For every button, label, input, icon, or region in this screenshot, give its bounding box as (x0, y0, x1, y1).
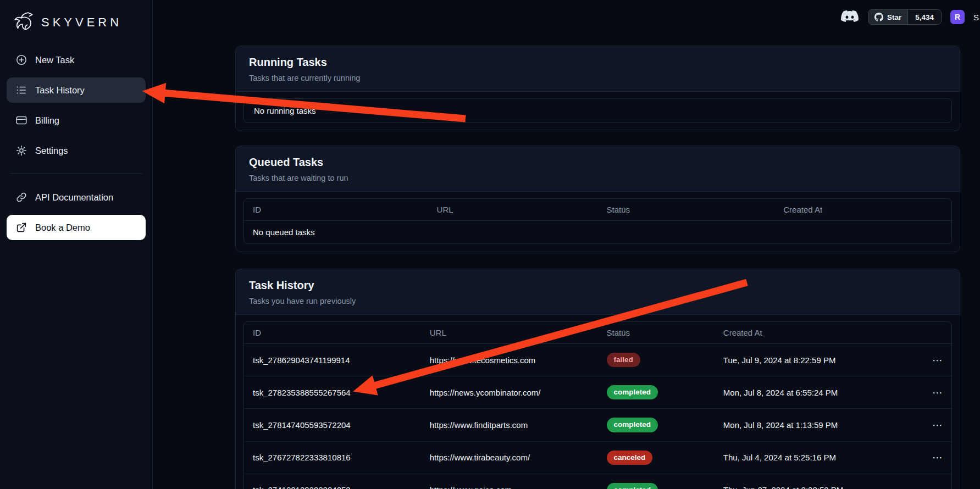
sidebar-item-label: Settings (35, 146, 68, 156)
task-url-cell: https://www.tecosmetics.com (421, 344, 598, 376)
app-root: SKYVERN New Task Task History Billing (0, 0, 980, 489)
task-id-cell: tsk_274180139292204058 (244, 474, 421, 489)
row-actions-button[interactable]: ⋯ (932, 387, 943, 398)
list-icon (15, 84, 27, 96)
row-actions-button[interactable]: ⋯ (932, 420, 943, 430)
task-created-cell: Thu, Jul 4, 2024 at 5:25:16 PM (715, 441, 920, 474)
gear-icon (15, 145, 27, 157)
table-row[interactable]: tsk_276727822333810816 https://www.tirab… (244, 441, 951, 474)
brand-name: SKYVERN (41, 15, 122, 30)
row-actions-button[interactable]: ⋯ (932, 355, 943, 365)
sidebar-item-label: Book a Demo (35, 223, 90, 233)
sidebar-item-book-a-demo[interactable]: Book a Demo (7, 215, 146, 240)
table-row[interactable]: tsk_278629043741199914 https://www.tecos… (244, 344, 951, 376)
col-header-url: URL (428, 199, 598, 221)
content: Running Tasks Tasks that are currently r… (235, 46, 960, 489)
running-tasks-empty-message: No running tasks (244, 99, 951, 123)
table-header-row: ID URL Status Created At (244, 322, 951, 344)
sidebar-nav-secondary: API Documentation Book a Demo (7, 185, 146, 240)
task-actions-cell: ⋯ (920, 441, 951, 474)
sidebar-item-label: API Documentation (35, 192, 113, 203)
github-icon (874, 13, 883, 21)
col-header-id: ID (244, 322, 421, 344)
task-history-table: ID URL Status Created At tsk_27862904374… (244, 322, 951, 489)
row-actions-button[interactable]: ⋯ (932, 485, 943, 489)
history-table-body: tsk_278629043741199914 https://www.tecos… (244, 344, 951, 489)
sidebar-item-settings[interactable]: Settings (7, 138, 146, 163)
task-id-cell: tsk_276727822333810816 (244, 441, 421, 474)
skyvern-logo-icon (11, 10, 36, 35)
task-id-cell: tsk_278235388555267564 (244, 376, 421, 409)
github-star-count: 5,434 (907, 10, 941, 24)
plus-circle-icon (15, 54, 27, 66)
col-header-actions (920, 322, 951, 344)
task-status-cell: completed (598, 376, 715, 409)
col-header-created-at: Created At (774, 199, 951, 221)
task-status-cell: failed (598, 344, 715, 376)
status-badge: completed (607, 385, 658, 399)
task-history-header: Task History Tasks you have run previous… (236, 269, 960, 315)
task-created-cell: Mon, Jul 8, 2024 at 6:55:24 PM (715, 376, 920, 409)
card-subtitle: Tasks you have run previously (249, 297, 946, 305)
external-link-icon (15, 221, 27, 234)
col-header-url: URL (421, 322, 598, 344)
queued-tasks-empty-message: No queued tasks (244, 221, 951, 244)
table-row[interactable]: tsk_278147405593572204 https://www.findi… (244, 409, 951, 441)
table-row[interactable]: tsk_274180139292204058 https://www.geico… (244, 474, 951, 489)
status-badge: canceled (607, 451, 653, 465)
card-title: Task History (249, 279, 946, 292)
task-history-card: Task History Tasks you have run previous… (235, 269, 960, 489)
sidebar-item-billing[interactable]: Billing (7, 108, 146, 133)
sidebar-item-new-task[interactable]: New Task (7, 47, 146, 73)
card-subtitle: Tasks that are currently running (249, 74, 946, 82)
sidebar-item-label: Task History (35, 85, 85, 96)
sidebar-item-label: Billing (35, 115, 59, 126)
sidebar-divider (10, 173, 142, 174)
sidebar: SKYVERN New Task Task History Billing (0, 0, 153, 489)
task-actions-cell: ⋯ (920, 376, 951, 409)
empty-row: No queued tasks (244, 221, 951, 244)
sidebar-item-label: New Task (35, 55, 74, 65)
task-status-cell: completed (598, 474, 715, 489)
queued-tasks-table: ID URL Status Created At No queued tasks (244, 199, 951, 243)
github-star-button[interactable]: Star 5,434 (868, 9, 942, 25)
task-created-cell: Mon, Jul 8, 2024 at 1:13:59 PM (715, 409, 920, 441)
table-row[interactable]: tsk_278235388555267564 https://news.ycom… (244, 376, 951, 409)
task-status-cell: canceled (598, 441, 715, 474)
sidebar-item-api-documentation[interactable]: API Documentation (7, 185, 146, 210)
user-name-truncated: S (973, 13, 979, 22)
col-header-status: Status (598, 322, 715, 344)
link-icon (15, 191, 27, 203)
running-tasks-header: Running Tasks Tasks that are currently r… (236, 46, 960, 92)
col-header-status: Status (597, 199, 774, 221)
task-status-cell: completed (598, 409, 715, 441)
queued-tasks-header: Queued Tasks Tasks that are waiting to r… (236, 146, 960, 192)
main: Star 5,434 R S Running Tasks Tasks that … (153, 0, 980, 489)
status-badge: failed (607, 353, 640, 367)
task-actions-cell: ⋯ (920, 409, 951, 441)
task-actions-cell: ⋯ (920, 474, 951, 489)
card-title: Queued Tasks (249, 156, 946, 169)
task-url-cell: https://www.tirabeauty.com/ (421, 441, 598, 474)
table-header-row: ID URL Status Created At (244, 199, 951, 221)
brand[interactable]: SKYVERN (7, 8, 146, 47)
task-id-cell: tsk_278147405593572204 (244, 409, 421, 441)
task-created-cell: Tue, Jul 9, 2024 at 8:22:59 PM (715, 344, 920, 376)
task-url-cell: https://news.ycombinator.com/ (421, 376, 598, 409)
avatar[interactable]: R (950, 10, 965, 24)
sidebar-item-task-history[interactable]: Task History (7, 77, 146, 103)
task-created-cell: Thu, Jun 27, 2024 at 8:38:58 PM (715, 474, 920, 489)
running-tasks-card: Running Tasks Tasks that are currently r… (235, 46, 960, 131)
topbar: Star 5,434 R S (840, 8, 980, 26)
card-title: Running Tasks (249, 56, 946, 69)
card-subtitle: Tasks that are waiting to run (249, 174, 946, 182)
task-actions-cell: ⋯ (920, 344, 951, 376)
status-badge: completed (607, 418, 658, 432)
task-url-cell: https://www.geico.com (421, 474, 598, 489)
discord-icon[interactable] (840, 10, 859, 25)
col-header-id: ID (244, 199, 428, 221)
status-badge: completed (607, 483, 658, 489)
task-id-cell: tsk_278629043741199914 (244, 344, 421, 376)
row-actions-button[interactable]: ⋯ (932, 452, 943, 463)
col-header-created-at: Created At (715, 322, 920, 344)
